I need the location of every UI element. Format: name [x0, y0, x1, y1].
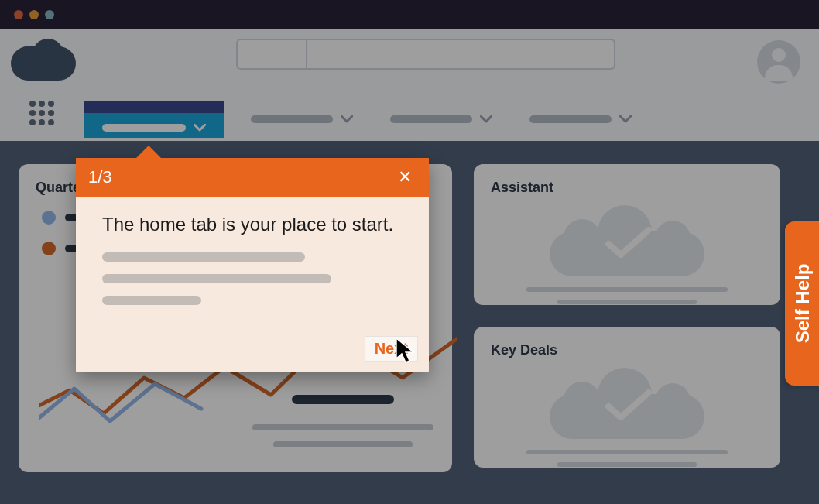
window-close-dot[interactable]: [14, 10, 23, 19]
nav-tab-2[interactable]: [240, 104, 364, 135]
onboarding-popover: 1/3 ✕ The home tab is your place to star…: [76, 158, 429, 372]
nav-tab-2-label: [251, 115, 333, 123]
close-icon[interactable]: ✕: [393, 166, 416, 189]
user-avatar[interactable]: [757, 40, 800, 84]
app-header: [0, 29, 819, 141]
nav-tab-4[interactable]: [519, 104, 643, 135]
popover-footer: Next: [76, 336, 429, 372]
chevron-down-icon: [341, 115, 353, 123]
search-scope-selector[interactable]: [236, 39, 306, 70]
main-nav: [0, 91, 819, 138]
summary-line-1: [252, 424, 433, 430]
summary-line-2: [273, 441, 413, 447]
keydeals-line-2: [557, 462, 697, 467]
popover-text-line-2: [102, 274, 331, 283]
popover-body: The home tab is your place to start.: [76, 197, 429, 336]
card-assistant: Assistant: [474, 164, 780, 305]
popover-text-line-3: [102, 296, 201, 305]
quarterly-summary: [248, 395, 438, 447]
window-titlebar: [0, 0, 819, 29]
card-assistant-title: Assistant: [491, 180, 763, 196]
cloud-check-icon: [550, 205, 704, 276]
global-search: [236, 39, 615, 70]
window-maximize-dot[interactable]: [45, 10, 54, 19]
nav-tab-4-label: [529, 115, 612, 123]
nav-tab-home-label: [102, 124, 186, 132]
nav-tab-home[interactable]: [84, 101, 224, 138]
legend-dot-blue: [42, 211, 56, 225]
self-help-tab[interactable]: Self Help: [785, 221, 819, 386]
search-input[interactable]: [306, 39, 615, 70]
popover-text-line-1: [102, 252, 305, 262]
popover-title: The home tab is your place to start.: [102, 214, 403, 235]
chevron-down-icon: [480, 115, 492, 123]
app-logo[interactable]: [11, 37, 76, 81]
card-keydeals-title: Key Deals: [491, 342, 763, 358]
popover-step-counter: 1/3: [88, 167, 112, 187]
app-window: Quartely: [0, 0, 819, 504]
legend-dot-orange: [42, 242, 56, 255]
nav-tab-3-label: [390, 115, 472, 123]
self-help-label: Self Help: [792, 264, 814, 344]
window-minimize-dot[interactable]: [29, 10, 39, 19]
chevron-down-icon: [619, 115, 632, 123]
cursor-icon: [395, 337, 418, 365]
assistant-line-1: [526, 287, 728, 292]
card-key-deals: Key Deals: [474, 327, 780, 468]
app-launcher-icon[interactable]: [29, 101, 54, 125]
summary-heading: [292, 395, 394, 404]
keydeals-line-1: [526, 450, 728, 454]
popover-arrow: [136, 146, 161, 158]
chevron-down-icon: [194, 124, 206, 132]
nav-tab-3[interactable]: [379, 104, 503, 135]
cloud-check-icon: [550, 368, 704, 439]
assistant-line-2: [557, 300, 697, 304]
popover-header: 1/3 ✕: [76, 158, 429, 197]
